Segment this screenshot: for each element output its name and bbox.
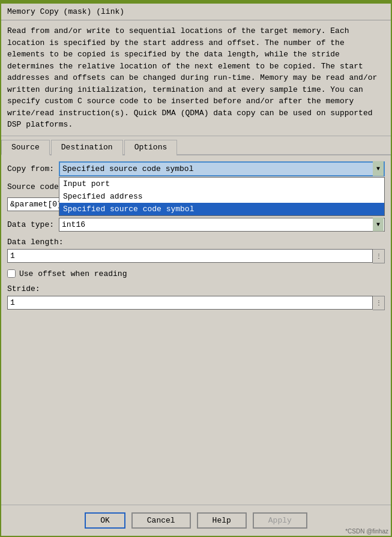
- copy-from-dropdown[interactable]: Input port Specified address Specified s…: [59, 177, 385, 216]
- help-button[interactable]: Help: [197, 512, 247, 529]
- copy-from-row: Copy from: Specified source code symbol …: [7, 161, 385, 176]
- data-length-label: Data length:: [7, 238, 385, 247]
- source-tab-content: Copy from: Specified source code symbol …: [1, 155, 391, 336]
- copy-from-label: Copy from:: [7, 164, 54, 173]
- data-length-input-row: ⋮: [7, 249, 385, 263]
- data-length-input-btn[interactable]: ⋮: [373, 249, 385, 263]
- stride-label: Stride:: [7, 284, 385, 293]
- dialog: Memory Copy (mask) (link) Read from and/…: [0, 0, 392, 537]
- cancel-button[interactable]: Cancel: [131, 512, 191, 529]
- apply-button[interactable]: Apply: [253, 512, 307, 529]
- use-offset-row: Use offset when reading: [7, 269, 385, 278]
- description-area: Read from and/or write to sequential loc…: [1, 20, 391, 136]
- stride-input-btn[interactable]: ⋮: [373, 296, 385, 310]
- data-type-select-wrapper: int16 ▼: [59, 218, 385, 232]
- dropdown-item-input-port[interactable]: Input port: [59, 178, 384, 190]
- copy-from-display[interactable]: Specified source code symbol: [59, 161, 385, 176]
- tabs-container: Source Destination Options: [1, 139, 391, 155]
- tab-destination[interactable]: Destination: [51, 140, 123, 155]
- use-offset-checkbox[interactable]: [7, 269, 16, 278]
- tab-options[interactable]: Options: [124, 140, 178, 155]
- title-bar: Memory Copy (mask) (link): [1, 4, 391, 20]
- data-type-row: Data type: int16 ▼: [7, 218, 385, 232]
- data-length-input-wrapper: ⋮: [7, 249, 385, 263]
- dropdown-item-source-code-symbol[interactable]: Specified source code symbol: [59, 203, 384, 215]
- watermark: *CSDN @finhaz: [345, 528, 388, 535]
- copy-from-select-wrapper: Specified source code symbol ▼ Input por…: [59, 161, 385, 176]
- spacer: [1, 336, 391, 505]
- tab-source[interactable]: Source: [1, 140, 50, 155]
- data-length-input[interactable]: [7, 249, 373, 263]
- use-offset-label: Use offset when reading: [19, 269, 127, 278]
- dialog-title: Memory Copy (mask) (link): [7, 7, 124, 16]
- stride-input-row: ⋮: [7, 296, 385, 310]
- dropdown-item-specified-address[interactable]: Specified address: [59, 190, 384, 203]
- data-type-label: Data type:: [7, 220, 54, 229]
- data-type-select[interactable]: int16: [59, 218, 385, 232]
- description-text: Read from and/or write to sequential loc…: [7, 26, 377, 129]
- stride-input[interactable]: [7, 296, 373, 310]
- ok-button[interactable]: OK: [85, 512, 125, 529]
- bottom-buttons: OK Cancel Help Apply: [1, 505, 391, 536]
- stride-input-wrapper: ⋮: [7, 296, 385, 310]
- source-code-label: Source code: [7, 182, 59, 191]
